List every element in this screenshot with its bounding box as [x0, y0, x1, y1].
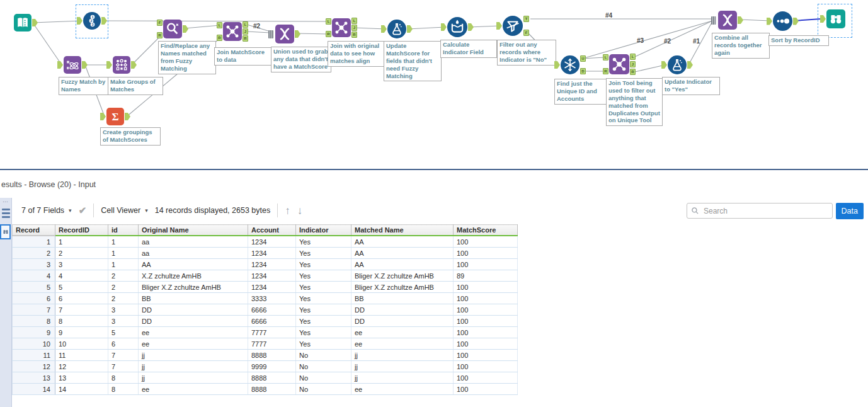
- unique-tool[interactable]: UD: [561, 55, 580, 74]
- table-cell[interactable]: 6666: [248, 316, 296, 327]
- output-port-J[interactable]: J: [243, 28, 248, 35]
- input-port-R[interactable]: R: [157, 32, 163, 38]
- table-cell[interactable]: 1: [108, 236, 139, 248]
- input-port-L[interactable]: L: [326, 18, 331, 25]
- table-cell[interactable]: 100: [454, 304, 518, 316]
- table-cell[interactable]: 89: [454, 270, 518, 282]
- formula-calculate-indicator-tool[interactable]: [447, 17, 467, 37]
- table-cell[interactable]: 100: [454, 293, 518, 304]
- data-tab-button[interactable]: Data: [836, 203, 864, 219]
- table-cell[interactable]: aa: [139, 248, 248, 259]
- table-cell[interactable]: Yes: [296, 338, 351, 350]
- table-cell[interactable]: 7777: [248, 327, 296, 338]
- table-cell[interactable]: No: [296, 361, 351, 372]
- next-record-button[interactable]: ↓: [297, 205, 303, 216]
- table-cell[interactable]: 100: [454, 327, 518, 338]
- table-cell[interactable]: 8: [108, 372, 139, 384]
- table-cell[interactable]: 100: [454, 350, 518, 361]
- stacked-input-anchor[interactable]: [268, 30, 273, 38]
- table-row[interactable]: 111aa1234YesAA100: [13, 236, 518, 248]
- workflow-canvas[interactable]: 123Fuzzy Match by NamesMake Groups of Ma…: [0, 0, 868, 169]
- cell-viewer-dropdown[interactable]: Cell Viewer ▾: [101, 206, 148, 215]
- table-row[interactable]: 14148ee8888Noee100: [13, 384, 518, 395]
- table-cell[interactable]: 100: [454, 248, 518, 259]
- table-cell[interactable]: 1: [55, 236, 108, 248]
- table-cell[interactable]: 5: [108, 327, 139, 338]
- output-port-D[interactable]: D: [580, 68, 586, 74]
- table-cell[interactable]: 14: [55, 384, 108, 395]
- output-port-R[interactable]: R: [630, 69, 636, 75]
- output-port-F[interactable]: F: [523, 30, 529, 36]
- table-cell[interactable]: 11: [55, 350, 108, 361]
- table-cell[interactable]: 10: [55, 338, 108, 350]
- table-cell[interactable]: 6: [55, 293, 108, 304]
- table-row[interactable]: 10106ee7777Yesee100: [13, 338, 518, 350]
- table-cell[interactable]: Bliger X.Z zchultze AmHB: [139, 282, 248, 293]
- table-row[interactable]: 662BB3333YesBB100: [13, 293, 518, 304]
- table-cell[interactable]: 3333: [248, 293, 296, 304]
- table-cell[interactable]: jj: [351, 361, 454, 372]
- table-cell[interactable]: ee: [139, 384, 248, 395]
- table-cell[interactable]: ee: [139, 327, 248, 338]
- table-cell[interactable]: 12: [13, 361, 55, 372]
- table-cell[interactable]: 6: [13, 293, 55, 304]
- formula-update-indicator-tool[interactable]: [668, 55, 687, 74]
- output-port-J[interactable]: J: [630, 61, 636, 67]
- join-matchscore-tool[interactable]: LRLJR: [223, 22, 242, 41]
- formula-update-matchscore-tool[interactable]: [387, 20, 406, 38]
- input-port-L[interactable]: L: [217, 22, 222, 28]
- output-port-J[interactable]: J: [351, 25, 357, 31]
- table-cell[interactable]: AA: [351, 259, 454, 270]
- table-cell[interactable]: Yes: [296, 270, 351, 282]
- output-port-L[interactable]: L: [243, 21, 248, 28]
- table-cell[interactable]: 5: [13, 282, 55, 293]
- column-header-indicator[interactable]: Indicator: [296, 225, 351, 236]
- table-cell[interactable]: 7777: [248, 338, 296, 350]
- summarize-tool[interactable]: Σ: [106, 108, 124, 125]
- table-cell[interactable]: Yes: [296, 282, 351, 293]
- table-cell[interactable]: 1234: [248, 270, 296, 282]
- table-cell[interactable]: 100: [454, 316, 518, 327]
- browse-tool[interactable]: [826, 9, 845, 28]
- table-cell[interactable]: Yes: [296, 259, 351, 270]
- table-cell[interactable]: Bliger X.Z zchultze AmHB: [351, 270, 454, 282]
- table-cell[interactable]: 3: [108, 304, 139, 316]
- output-port-R[interactable]: R: [351, 32, 357, 38]
- table-cell[interactable]: 7: [13, 304, 55, 316]
- table-cell[interactable]: 2: [108, 282, 139, 293]
- table-cell[interactable]: 100: [454, 338, 518, 350]
- table-cell[interactable]: No: [296, 372, 351, 384]
- table-cell[interactable]: 2: [108, 293, 139, 304]
- table-cell[interactable]: 7: [108, 350, 139, 361]
- table-cell[interactable]: 12: [55, 361, 108, 372]
- table-cell[interactable]: 8: [55, 316, 108, 327]
- table-cell[interactable]: 9: [55, 327, 108, 338]
- output-port-L[interactable]: L: [351, 18, 357, 24]
- table-cell[interactable]: 14: [13, 384, 55, 395]
- join-original-tool[interactable]: LRLJR: [332, 18, 351, 37]
- union-matchscore-tool[interactable]: [275, 25, 294, 43]
- table-cell[interactable]: Yes: [296, 327, 351, 338]
- table-cell[interactable]: 2: [13, 248, 55, 259]
- table-cell[interactable]: Bliger X.Z zchultze AmHB: [351, 282, 454, 293]
- table-cell[interactable]: DD: [351, 304, 454, 316]
- output-port-T[interactable]: T: [523, 16, 529, 22]
- apply-check-icon[interactable]: ✔: [79, 205, 87, 216]
- input-port-R[interactable]: R: [603, 68, 608, 74]
- table-cell[interactable]: 1234: [248, 282, 296, 293]
- table-cell[interactable]: No: [296, 384, 351, 395]
- table-cell[interactable]: 1234: [248, 259, 296, 270]
- more-icon[interactable]: ⋯: [0, 198, 11, 205]
- table-row[interactable]: 552Bliger X.Z zchultze AmHB1234YesBliger…: [13, 282, 518, 293]
- table-cell[interactable]: AA: [139, 259, 248, 270]
- input-port-R[interactable]: R: [217, 35, 222, 41]
- table-cell[interactable]: 1: [108, 259, 139, 270]
- table-cell[interactable]: 100: [454, 372, 518, 384]
- table-cell[interactable]: 3: [13, 259, 55, 270]
- search-input[interactable]: [702, 206, 828, 216]
- table-cell[interactable]: DD: [139, 304, 248, 316]
- table-cell[interactable]: Yes: [296, 304, 351, 316]
- make-groups-tool[interactable]: [113, 56, 130, 74]
- table-cell[interactable]: 4: [13, 270, 55, 282]
- column-header-original-name[interactable]: Original Name: [139, 225, 248, 236]
